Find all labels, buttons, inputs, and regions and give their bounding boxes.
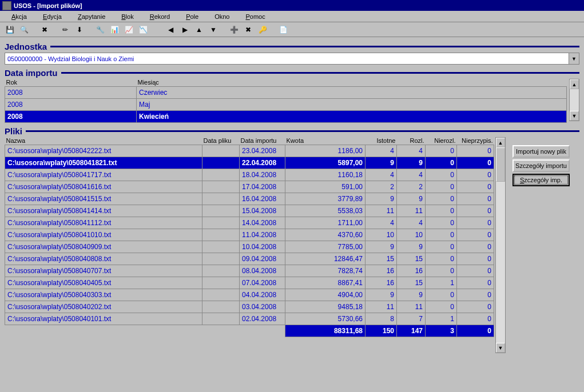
toolbar-btn-1[interactable]: 🔍 — [18, 23, 30, 36]
cell-di: 02.04.2008 — [240, 313, 285, 325]
menu-okno[interactable]: Okno — [206, 12, 237, 21]
cell-kw: 9485,18 — [285, 301, 366, 313]
cell-dp — [202, 253, 240, 265]
table-row[interactable]: C:\usosora\wplaty\0508041010.txt11.04.20… — [5, 229, 494, 241]
menu-pomoc[interactable]: Pomoc — [237, 12, 273, 21]
toolbar-btn-10[interactable]: ▶ — [178, 23, 191, 36]
cell-ist: 15 — [366, 253, 397, 265]
cell-np: 0 — [457, 229, 494, 241]
pliki-scrollbar[interactable]: ▲ ▼ — [495, 137, 506, 353]
total-roz: 147 — [397, 325, 426, 337]
scroll-up-icon[interactable]: ▲ — [570, 79, 579, 89]
cell-di: 09.04.2008 — [240, 253, 285, 265]
import-button[interactable]: Importuj nowy plik — [513, 145, 570, 158]
toolbar-btn-7[interactable]: 📈 — [122, 23, 135, 36]
cell-ist: 9 — [366, 193, 397, 205]
toolbar-btn-11[interactable]: ▲ — [193, 23, 205, 36]
table-row[interactable]: C:\usosora\wplaty\0508040202.txt03.04.20… — [5, 301, 494, 313]
menu-rekord[interactable]: Rekord — [142, 12, 178, 21]
toolbar-btn-5[interactable]: 🔧 — [94, 23, 106, 36]
cell-roz: 11 — [397, 301, 426, 313]
toolbar-btn-16[interactable]: 📄 — [277, 23, 289, 36]
toolbar-btn-9[interactable]: ◀ — [164, 23, 177, 36]
cell-di: 03.04.2008 — [240, 301, 285, 313]
date-row[interactable]: 2008Maj — [5, 99, 567, 111]
cell-kw: 1160,18 — [285, 169, 366, 181]
jednostka-dropdown[interactable]: 0500000000 - Wydział Biologii i Nauk o Z… — [5, 53, 579, 65]
menu-edycja[interactable]: Edycja — [35, 12, 70, 21]
table-row[interactable]: C:\usosora\wplaty\0508040707.txt08.04.20… — [5, 265, 494, 277]
scroll-down-icon[interactable]: ▼ — [570, 111, 579, 121]
cell-nr: 0 — [426, 169, 457, 181]
table-row[interactable]: C:\usosora\wplaty\0508041515.txt16.04.20… — [5, 193, 494, 205]
table-row[interactable]: C:\usosora\wplaty\0508040909.txt10.04.20… — [5, 241, 494, 253]
toolbar-btn-8[interactable]: 📉 — [137, 23, 149, 36]
table-row[interactable]: C:\usosora\wplaty\0508040303.txt04.04.20… — [5, 289, 494, 301]
jednostka-value: 0500000000 - Wydział Biologii i Nauk o Z… — [5, 53, 569, 64]
table-row[interactable]: C:\usosora\wplaty\0508042222.txt23.04.20… — [5, 145, 494, 157]
col-di: Data importu — [240, 137, 285, 145]
cell-np: 0 — [457, 253, 494, 265]
date-table[interactable]: Rok Miesiąc 2008Czerwiec2008Maj2008Kwiec… — [5, 79, 567, 123]
section-line — [61, 72, 579, 74]
toolbar: 💾🔍✖✏⬇🔧📊📈📉◀▶▲▼➕✖🔑📄 — [0, 22, 584, 37]
toolbar-btn-3[interactable]: ✏ — [59, 23, 71, 36]
toolbar-btn-4[interactable]: ⬇ — [73, 23, 86, 36]
menu-pole[interactable]: Pole — [178, 12, 206, 21]
menu-zapytanie[interactable]: Zapytanie — [70, 12, 113, 21]
table-row[interactable]: C:\usosora\wplaty\0508041616.txt17.04.20… — [5, 181, 494, 193]
cell-kw: 1711,00 — [285, 217, 366, 229]
window-title: USOS - [Import plików] — [14, 2, 82, 9]
details-button[interactable]: Szczegóły importu — [513, 159, 570, 172]
cell-dp — [202, 229, 240, 241]
cell-nazwa: C:\usosora\wplaty\0508040202.txt — [5, 301, 202, 313]
toolbar-btn-2[interactable]: ✖ — [38, 23, 51, 36]
cell-kw: 8867,41 — [285, 277, 366, 289]
menu-blok[interactable]: Blok — [113, 12, 141, 21]
scroll-up-icon[interactable]: ▲ — [496, 138, 505, 147]
details2-button[interactable]: Szczegóły imp. — [513, 174, 570, 186]
scroll-track[interactable] — [496, 147, 505, 343]
date-scrollbar[interactable]: ▲ ▼ — [569, 79, 579, 121]
total-nr: 3 — [426, 325, 457, 337]
col-nazwa: Nazwa — [5, 137, 202, 145]
scroll-track[interactable] — [570, 89, 579, 111]
table-row[interactable]: C:\usosora\wplaty\0508041414.txt15.04.20… — [5, 205, 494, 217]
section-line — [50, 46, 579, 47]
cell-di: 23.04.2008 — [240, 145, 285, 157]
toolbar-btn-14[interactable]: ✖ — [242, 23, 255, 36]
cell-ist: 2 — [366, 181, 397, 193]
cell-dp — [202, 241, 240, 253]
cell-roz: 9 — [397, 241, 426, 253]
cell-np: 0 — [457, 193, 494, 205]
pliki-table[interactable]: NazwaData plikuData importuKwotaIstotneR… — [5, 137, 494, 337]
table-row[interactable]: C:\usosora\wplaty\0508040405.txt07.04.20… — [5, 277, 494, 289]
toolbar-btn-12[interactable]: ▼ — [207, 23, 220, 36]
table-row[interactable]: C:\usosora\wplaty\0508041112.txt14.04.20… — [5, 217, 494, 229]
cell-ist: 8 — [366, 313, 397, 325]
cell-di: 10.04.2008 — [240, 241, 285, 253]
chevron-down-icon[interactable]: ▼ — [569, 53, 579, 64]
toolbar-btn-15[interactable]: 🔑 — [256, 23, 269, 36]
cell-kw: 12846,47 — [285, 253, 366, 265]
table-row[interactable]: C:\usosora\wplaty\0508040808.txt09.04.20… — [5, 253, 494, 265]
table-row[interactable]: C:\usosora\wplaty\0508040101.txt02.04.20… — [5, 313, 494, 325]
col-dp: Data pliku — [202, 137, 240, 145]
date-row[interactable]: 2008Kwiecień — [5, 111, 567, 123]
toolbar-btn-13[interactable]: ➕ — [228, 23, 240, 36]
scroll-thumb[interactable] — [496, 147, 505, 182]
date-row[interactable]: 2008Czerwiec — [5, 87, 567, 99]
cell-miesiac: Kwiecień — [137, 111, 567, 123]
cell-di: 22.04.2008 — [240, 157, 285, 169]
cell-nazwa: C:\usosora\wplaty\0508041414.txt — [5, 205, 202, 217]
cell-roz: 11 — [397, 205, 426, 217]
toolbar-btn-6[interactable]: 📊 — [108, 23, 121, 36]
scroll-down-icon[interactable]: ▼ — [496, 343, 505, 353]
menu-akcja[interactable]: Akcja — [3, 12, 35, 21]
cell-miesiac: Maj — [137, 99, 567, 111]
table-row[interactable]: C:\usosora\wplaty\0508041717.txt18.04.20… — [5, 169, 494, 181]
table-row[interactable]: C:\usosora\wplaty\0508041821.txt22.04.20… — [5, 157, 494, 169]
toolbar-btn-0[interactable]: 💾 — [3, 23, 16, 36]
cell-di: 16.04.2008 — [240, 193, 285, 205]
cell-di: 07.04.2008 — [240, 277, 285, 289]
